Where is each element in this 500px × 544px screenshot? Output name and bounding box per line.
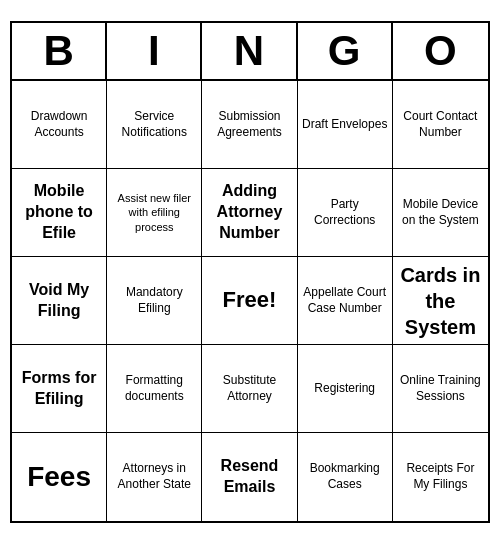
bingo-cell: Formatting documents xyxy=(107,345,202,433)
bingo-cell: Fees xyxy=(12,433,107,521)
bingo-cell: Appellate Court Case Number xyxy=(298,257,393,345)
bingo-cell: Online Training Sessions xyxy=(393,345,488,433)
bingo-cell: Submission Agreements xyxy=(202,81,297,169)
bingo-cell: Cards in the System xyxy=(393,257,488,345)
bingo-cell: Party Corrections xyxy=(298,169,393,257)
bingo-cell: Forms for Efiling xyxy=(12,345,107,433)
bingo-card: BINGO Drawdown AccountsService Notificat… xyxy=(10,21,490,523)
bingo-letter: O xyxy=(393,23,488,79)
bingo-cell: Resend Emails xyxy=(202,433,297,521)
bingo-cell: Substitute Attorney xyxy=(202,345,297,433)
bingo-cell: Registering xyxy=(298,345,393,433)
bingo-grid: Drawdown AccountsService NotificationsSu… xyxy=(12,81,488,521)
bingo-cell: Mobile Device on the System xyxy=(393,169,488,257)
bingo-letter: N xyxy=(202,23,297,79)
bingo-cell: Void My Filing xyxy=(12,257,107,345)
bingo-cell: Mandatory Efiling xyxy=(107,257,202,345)
bingo-letter: I xyxy=(107,23,202,79)
bingo-cell: Court Contact Number xyxy=(393,81,488,169)
bingo-cell: Attorneys in Another State xyxy=(107,433,202,521)
bingo-cell: Bookmarking Cases xyxy=(298,433,393,521)
bingo-letter: B xyxy=(12,23,107,79)
bingo-cell: Assist new filer with efiling process xyxy=(107,169,202,257)
bingo-cell: Mobile phone to Efile xyxy=(12,169,107,257)
bingo-header: BINGO xyxy=(12,23,488,81)
bingo-cell: Draft Envelopes xyxy=(298,81,393,169)
bingo-cell: Service Notifications xyxy=(107,81,202,169)
bingo-cell: Drawdown Accounts xyxy=(12,81,107,169)
bingo-cell: Adding Attorney Number xyxy=(202,169,297,257)
bingo-cell: Receipts For My Filings xyxy=(393,433,488,521)
bingo-cell: Free! xyxy=(202,257,297,345)
bingo-letter: G xyxy=(298,23,393,79)
